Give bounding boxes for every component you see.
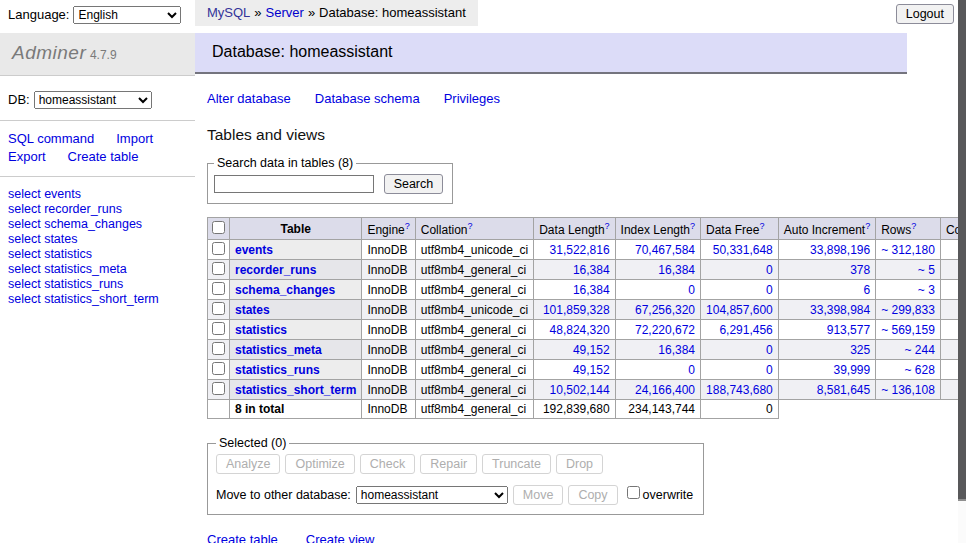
data-length-link[interactable]: 10,502,144	[550, 383, 610, 397]
data-length-link[interactable]: 101,859,328	[543, 303, 610, 317]
data-length-link[interactable]: 31,522,816	[550, 243, 610, 257]
check-button[interactable]: Check	[360, 454, 415, 474]
create-view-link[interactable]: Create view	[306, 532, 375, 543]
auto-increment-link[interactable]: 8,581,645	[817, 383, 870, 397]
repair-button[interactable]: Repair	[420, 454, 477, 474]
sidebar-select-schema-changes-link[interactable]: select schema_changes	[8, 217, 195, 232]
drop-button[interactable]: Drop	[556, 454, 603, 474]
index-length-link[interactable]: 0	[688, 363, 695, 377]
table-link-statistics-runs[interactable]: statistics_runs	[235, 363, 320, 377]
move-database-select[interactable]: homeassistant	[356, 486, 508, 504]
logout-button[interactable]: Logout	[896, 4, 954, 24]
row-checkbox-statistics-short-term[interactable]	[212, 382, 225, 395]
data-free-link[interactable]: 6,291,456	[719, 323, 772, 337]
scrollbar-track[interactable]	[958, 0, 966, 543]
rows-link[interactable]: ~ 3	[918, 283, 935, 297]
search-button[interactable]: Search	[384, 174, 444, 194]
auto-increment-link[interactable]: 33,398,984	[810, 303, 870, 317]
sidebar-select-statistics-runs-link[interactable]: select statistics_runs	[8, 277, 195, 292]
sql-command-link[interactable]: SQL command	[8, 131, 94, 146]
sidebar-select-recorder-runs-link[interactable]: select recorder_runs	[8, 202, 195, 217]
data-free-link[interactable]: 0	[766, 283, 773, 297]
index-length-link[interactable]: 24,166,400	[635, 383, 695, 397]
db-select[interactable]: homeassistant	[34, 91, 152, 109]
create-table-link[interactable]: Create table	[207, 532, 278, 543]
overwrite-checkbox[interactable]	[627, 486, 640, 499]
help-link-index-length[interactable]: ?	[690, 221, 695, 231]
rows-link[interactable]: ~ 5	[918, 263, 935, 277]
auto-increment-link[interactable]: 33,898,196	[810, 243, 870, 257]
auto-increment-link[interactable]: 325	[850, 343, 870, 357]
data-length-link[interactable]: 49,152	[573, 343, 610, 357]
row-checkbox-statistics-runs[interactable]	[212, 362, 225, 375]
copy-button[interactable]: Copy	[568, 485, 617, 505]
data-length-link[interactable]: 48,824,320	[550, 323, 610, 337]
index-length-link[interactable]: 0	[688, 283, 695, 297]
rows-link[interactable]: ~ 312,180	[881, 243, 935, 257]
help-link-data-length[interactable]: ?	[605, 221, 610, 231]
breadcrumb-server-link[interactable]: Server	[266, 5, 304, 20]
privileges-link[interactable]: Privileges	[444, 91, 500, 106]
data-free-link[interactable]: 188,743,680	[706, 383, 773, 397]
optimize-button[interactable]: Optimize	[285, 454, 354, 474]
help-link-collation[interactable]: ?	[467, 221, 472, 231]
table-link-statistics[interactable]: statistics	[235, 323, 287, 337]
rows-link[interactable]: ~ 244	[905, 343, 935, 357]
row-checkbox-statistics[interactable]	[212, 322, 225, 335]
alter-database-link[interactable]: Alter database	[207, 91, 291, 106]
row-checkbox-states[interactable]	[212, 302, 225, 315]
rows-link[interactable]: ~ 628	[905, 363, 935, 377]
auto-increment-link[interactable]: 378	[850, 263, 870, 277]
sidebar-select-statistics-short-term-link[interactable]: select statistics_short_term	[8, 292, 195, 307]
data-free-link[interactable]: 0	[766, 363, 773, 377]
analyze-button[interactable]: Analyze	[216, 454, 280, 474]
table-link-states[interactable]: states	[235, 303, 270, 317]
data-free-link[interactable]: 0	[766, 263, 773, 277]
rows-link[interactable]: ~ 569,159	[881, 323, 935, 337]
table-link-statistics-short-term[interactable]: statistics_short_term	[235, 383, 356, 397]
row-checkbox-statistics-meta[interactable]	[212, 342, 225, 355]
table-link-statistics-meta[interactable]: statistics_meta	[235, 343, 322, 357]
help-link-auto-increment[interactable]: ?	[865, 221, 870, 231]
auto-increment-link[interactable]: 6	[863, 283, 870, 297]
search-input[interactable]	[214, 175, 374, 193]
rows-link[interactable]: ~ 299,833	[881, 303, 935, 317]
sidebar-select-events-link[interactable]: select events	[8, 187, 195, 202]
database-schema-link[interactable]: Database schema	[315, 91, 420, 106]
index-length-link[interactable]: 16,384	[658, 343, 695, 357]
truncate-button[interactable]: Truncate	[482, 454, 551, 474]
index-length-link[interactable]: 16,384	[658, 263, 695, 277]
data-length-link[interactable]: 16,384	[573, 283, 610, 297]
rows-link[interactable]: ~ 136,108	[881, 383, 935, 397]
import-link[interactable]: Import	[116, 131, 153, 146]
create-table-link-sidebar[interactable]: Create table	[68, 149, 139, 164]
export-link[interactable]: Export	[8, 149, 46, 164]
auto-increment-link[interactable]: 39,999	[833, 363, 870, 377]
table-link-events[interactable]: events	[235, 243, 273, 257]
scrollbar-thumb[interactable]	[958, 0, 966, 501]
sidebar-select-states-link[interactable]: select states	[8, 232, 195, 247]
index-length-link[interactable]: 67,256,320	[635, 303, 695, 317]
index-length-link[interactable]: 70,467,584	[635, 243, 695, 257]
data-length-link[interactable]: 49,152	[573, 363, 610, 377]
table-link-schema-changes[interactable]: schema_changes	[235, 283, 335, 297]
row-checkbox-events[interactable]	[212, 242, 225, 255]
data-free-link[interactable]: 0	[766, 343, 773, 357]
data-free-link[interactable]: 104,857,600	[706, 303, 773, 317]
auto-increment-link[interactable]: 913,577	[827, 323, 870, 337]
select-all-checkbox[interactable]	[212, 221, 225, 234]
sidebar-select-statistics-meta-link[interactable]: select statistics_meta	[8, 262, 195, 277]
help-link-engine[interactable]: ?	[405, 221, 410, 231]
help-link-rows[interactable]: ?	[911, 221, 916, 231]
language-select[interactable]: English	[73, 6, 181, 24]
data-free-link[interactable]: 50,331,648	[713, 243, 773, 257]
help-link-data-free[interactable]: ?	[759, 221, 764, 231]
move-button[interactable]: Move	[513, 485, 564, 505]
breadcrumb-mysql-link[interactable]: MySQL	[207, 5, 250, 20]
table-link-recorder-runs[interactable]: recorder_runs	[235, 263, 316, 277]
data-length-link[interactable]: 16,384	[573, 263, 610, 277]
row-checkbox-recorder-runs[interactable]	[212, 262, 225, 275]
row-checkbox-schema-changes[interactable]	[212, 282, 225, 295]
index-length-link[interactable]: 72,220,672	[635, 323, 695, 337]
sidebar-select-statistics-link[interactable]: select statistics	[8, 247, 195, 262]
